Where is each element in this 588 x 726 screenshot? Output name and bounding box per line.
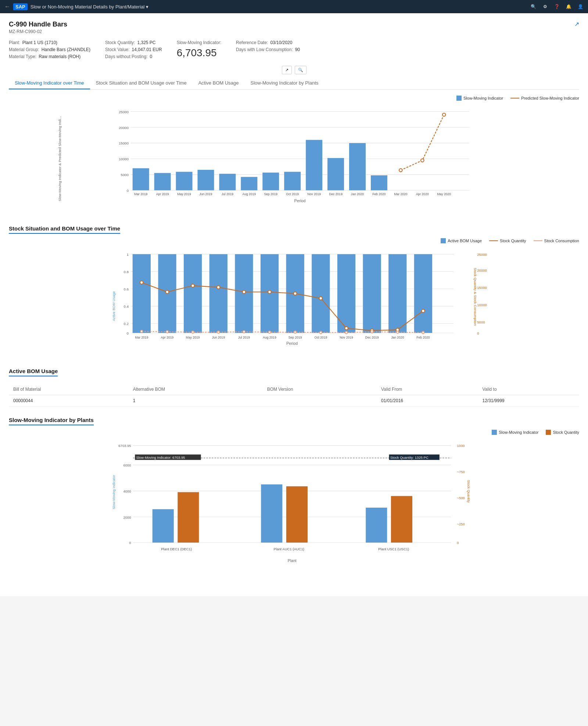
back-button[interactable]: ← xyxy=(4,3,10,10)
svg-text:Jun 2019: Jun 2019 xyxy=(212,336,225,339)
bar-mar2019 xyxy=(133,168,149,190)
legend-item-bar: Slow-Moving Indicator xyxy=(456,96,503,101)
svg-text:0.6: 0.6 xyxy=(124,287,129,291)
svg-text:Apr 2019: Apr 2019 xyxy=(156,192,169,196)
days-without-posting-value: 0 xyxy=(150,54,152,59)
svg-text:~750: ~750 xyxy=(457,470,465,474)
plant-label: Plant: xyxy=(9,40,20,45)
settings-icon[interactable]: ⚙ xyxy=(542,3,548,10)
svg-text:1000: 1000 xyxy=(457,444,465,448)
sq-point-4 xyxy=(217,286,220,289)
legend-item-stock-qty: Stock Quantity xyxy=(489,238,526,243)
svg-text:Period: Period xyxy=(294,199,306,203)
tab-slow-moving[interactable]: Slow-Moving Indicator over Time xyxy=(9,77,90,89)
svg-text:~250: ~250 xyxy=(457,522,465,526)
plants-svg: Slow-Moving Indicator: 6703.95 Stock Qua… xyxy=(9,438,579,577)
material-type-value: Raw materials (ROH) xyxy=(39,54,80,59)
material-type-row: Material Type: Raw materials (ROH) xyxy=(9,54,90,59)
search-icon[interactable]: 🔍 xyxy=(530,3,537,10)
smi-row: Slow-Moving Indicator: xyxy=(177,40,221,45)
legend-sq-label: Stock Quantity xyxy=(553,430,579,434)
bom-usage-title: Stock Situation and BOM Usage over Time xyxy=(9,225,120,234)
svg-text:Sep 2019: Sep 2019 xyxy=(264,192,277,196)
svg-text:Mar 2020: Mar 2020 xyxy=(394,192,407,196)
legend-stock-cons-label: Stock Consumption xyxy=(544,239,579,243)
material-type-label: Material Type: xyxy=(9,54,36,59)
slow-moving-chart: Slow-Moving Indicator & Predicted Slow-M… xyxy=(9,104,579,215)
svg-text:Aug 2019: Aug 2019 xyxy=(243,192,256,196)
svg-text:Mar 2019: Mar 2019 xyxy=(134,192,147,196)
legend-smi-label: Slow-Moving Indicator xyxy=(499,430,538,434)
table-cell: 12/31/9999 xyxy=(478,395,579,407)
svg-text:2000: 2000 xyxy=(123,515,131,519)
bom-bar-feb2020 xyxy=(414,254,432,333)
bom-bar-mar2019 xyxy=(133,254,151,333)
info-group-smi: Slow-Moving Indicator: 6,703.95 xyxy=(177,40,221,59)
svg-text:0.8: 0.8 xyxy=(124,270,129,274)
svg-text:20000: 20000 xyxy=(119,126,129,130)
table-cell: 00000044 xyxy=(9,395,129,407)
stock-value-row: Stock Value: 14,047.01 EUR xyxy=(105,47,162,52)
share-icon[interactable]: ↗ xyxy=(574,21,579,28)
tab-stock-situation[interactable]: Stock Situation and BOM Usage over Time xyxy=(90,77,193,89)
tab-bar: Slow-Moving Indicator over Time Stock Si… xyxy=(9,77,579,90)
stock-qty-label: Stock Quantity: xyxy=(105,40,135,45)
svg-text:Jun 2019: Jun 2019 xyxy=(199,192,212,196)
reference-date-row: Reference Date: 03/10/2020 xyxy=(236,40,300,45)
smi-big-value: 6,703.95 xyxy=(177,47,221,59)
slow-moving-chart-section: Slow-Moving Indicator Predicted Slow-Mov… xyxy=(9,96,579,215)
tab-slow-moving-plants[interactable]: Slow-Moving Indicator by Plants xyxy=(245,77,325,89)
svg-text:Plant USC1 (USC1): Plant USC1 (USC1) xyxy=(378,547,409,551)
svg-text:0: 0 xyxy=(477,331,479,335)
legend-stock-cons-color xyxy=(534,240,542,241)
sc-point-8 xyxy=(320,331,322,333)
svg-text:Oct 2019: Oct 2019 xyxy=(314,336,327,339)
legend-stock-qty-label: Stock Quantity xyxy=(500,239,526,243)
svg-text:Oct 2019: Oct 2019 xyxy=(286,192,299,196)
svg-text:25000: 25000 xyxy=(477,253,487,257)
sq-point-5 xyxy=(243,290,246,294)
svg-text:Plant: Plant xyxy=(288,558,297,563)
sq-point-9 xyxy=(345,327,348,330)
tab-active-bom[interactable]: Active BOM Usage xyxy=(193,77,245,89)
point-apr2020 xyxy=(421,159,424,162)
zoom-in-button[interactable]: ↗ xyxy=(282,66,292,74)
nav-left: ← SAP Slow or Non-Moving Material Detail… xyxy=(4,3,526,10)
zoom-out-button[interactable]: 🔍 xyxy=(295,66,306,74)
svg-text:Stock Quantity: Stock Quantity xyxy=(467,480,471,503)
stock-qty-row: Stock Quantity: 1,325 PC xyxy=(105,40,162,45)
sc-point-12 xyxy=(422,331,424,333)
svg-text:Period: Period xyxy=(286,341,298,346)
sc-point-7 xyxy=(294,331,296,333)
help-icon[interactable]: ❓ xyxy=(553,3,560,10)
svg-text:5000: 5000 xyxy=(477,320,485,324)
legend-bar-color xyxy=(456,96,462,101)
chart-controls: ↗ 🔍 xyxy=(9,66,579,74)
svg-text:Slow-Moving Indicator: Slow-Moving Indicator xyxy=(112,475,116,509)
sc-point-3 xyxy=(191,331,194,333)
svg-text:1: 1 xyxy=(127,253,129,257)
svg-text:Dec 2019: Dec 2019 xyxy=(365,336,379,339)
days-low-consumption-value: 90 xyxy=(295,47,300,52)
plants-chart-title: Slow-Moving Indicator by Plants xyxy=(9,417,94,425)
material-group-row: Material Group: Handle Bars (ZHANDLE) xyxy=(9,47,90,52)
svg-text:Plant AUC1 (AUC1): Plant AUC1 (AUC1) xyxy=(274,547,304,551)
svg-text:Stock Quantity & Stock Consump: Stock Quantity & Stock Consumption xyxy=(473,268,477,326)
user-icon[interactable]: 👤 xyxy=(577,3,584,10)
svg-text:Apr 2020: Apr 2020 xyxy=(416,192,429,196)
col-valid-from: Valid From xyxy=(377,384,478,395)
bar-sq-auc1 xyxy=(286,486,308,543)
plant-row: Plant: Plant 1 US (1710) xyxy=(9,40,90,45)
bar-sq-usc1 xyxy=(391,496,412,543)
bar-apr2019 xyxy=(154,173,171,190)
bar-oct2019 xyxy=(284,172,301,190)
svg-text:25000: 25000 xyxy=(119,110,129,114)
svg-text:0.4: 0.4 xyxy=(124,304,129,308)
stock-value-label: Stock Value: xyxy=(105,47,129,52)
bell-icon[interactable]: 🔔 xyxy=(565,3,572,10)
svg-text:Nov 2019: Nov 2019 xyxy=(307,192,321,196)
bom-bar-dec2019 xyxy=(363,254,381,333)
bom-bar-may2019 xyxy=(184,254,202,333)
sq-point-12 xyxy=(422,309,425,312)
svg-text:Plant DEC1 (DEC1): Plant DEC1 (DEC1) xyxy=(161,547,192,551)
